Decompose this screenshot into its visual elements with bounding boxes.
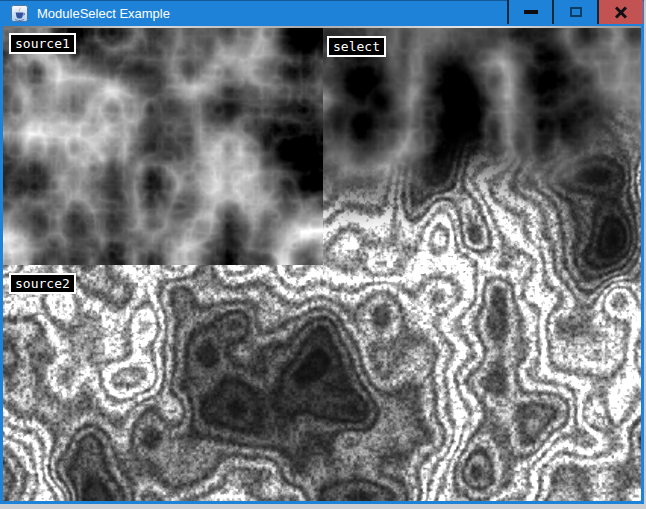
window-controls [507, 0, 643, 24]
minimize-icon [524, 10, 538, 14]
source1-noise-image [3, 26, 323, 265]
render-area: source1 select source2 [0, 26, 644, 504]
app-window: ModuleSelect Example source1 select sour… [0, 0, 644, 504]
title-bar[interactable]: ModuleSelect Example [0, 0, 644, 26]
maximize-icon [570, 7, 582, 17]
select-label: select [327, 36, 386, 57]
maximize-button[interactable] [552, 0, 597, 24]
source2-label: source2 [9, 273, 76, 294]
source1-label: source1 [9, 33, 76, 54]
desktop-background: ModuleSelect Example source1 select sour… [0, 0, 646, 509]
minimize-button[interactable] [507, 0, 552, 24]
content-top-edge [3, 26, 641, 28]
close-icon [614, 5, 628, 19]
java-app-icon [11, 5, 28, 22]
window-title: ModuleSelect Example [37, 6, 170, 21]
close-button[interactable] [597, 0, 643, 24]
source2-noise-image [3, 265, 641, 501]
